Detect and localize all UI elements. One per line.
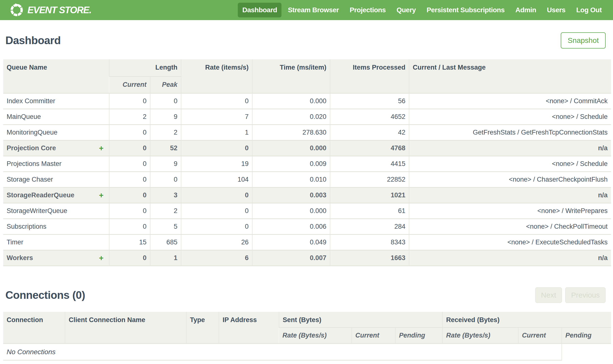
col-sent-pending: Pending xyxy=(395,327,442,344)
event-store-logo-icon xyxy=(10,3,24,17)
queue-peak-cell: 9 xyxy=(150,156,181,172)
queue-processed-cell: 1663 xyxy=(330,250,409,266)
queue-current-cell: 0 xyxy=(109,203,150,219)
queue-name-cell: Timer xyxy=(3,234,109,250)
connections-table: Connection Client Connection Name Type I… xyxy=(3,312,611,361)
queue-time-cell: 278.630 xyxy=(252,125,330,140)
queue-name-cell: Projections Master xyxy=(3,156,109,172)
queue-time-cell: 0.020 xyxy=(252,109,330,125)
queue-message-cell: <none> / Schedule xyxy=(409,109,611,125)
queue-peak-cell: 0 xyxy=(150,93,181,109)
queue-name-cell: Workers+ xyxy=(3,250,109,266)
queue-peak-cell: 1 xyxy=(150,250,181,266)
queue-message-cell: <none> / ChaserCheckpointFlush xyxy=(409,172,611,187)
queue-rate-cell: 19 xyxy=(181,156,252,172)
queue-peak-cell: 2 xyxy=(150,203,181,219)
connections-pager: Next Previous xyxy=(535,287,606,303)
queue-name: Index Committer xyxy=(7,97,55,105)
queue-time-cell: 0.049 xyxy=(252,234,330,250)
empty-cell xyxy=(562,344,611,360)
queue-processed-cell: 42 xyxy=(330,125,409,140)
queue-rate-cell: 0 xyxy=(181,219,252,234)
col-ip-address: IP Address xyxy=(219,312,279,344)
previous-button[interactable]: Previous xyxy=(565,287,606,303)
queue-row: MonitoringQueue021278.63042GetFreshStats… xyxy=(3,125,611,140)
queue-rate-cell: 1 xyxy=(181,125,252,140)
queue-name-cell: MonitoringQueue xyxy=(3,125,109,140)
nav-item-persistent-subscriptions[interactable]: Persistent Subscriptions xyxy=(422,3,509,17)
col-connection: Connection xyxy=(3,312,65,344)
queue-row: Subscriptions0500.006284<none> / CheckPo… xyxy=(3,219,611,234)
expand-plus-icon[interactable]: + xyxy=(99,191,106,200)
brand-name: EVENT STORE. xyxy=(27,5,91,15)
queue-message-cell: <none> / WritePrepares xyxy=(409,203,611,219)
nav-item-admin[interactable]: Admin xyxy=(511,3,541,17)
expand-plus-icon[interactable]: + xyxy=(99,253,106,262)
col-length-current: Current xyxy=(109,77,150,93)
queue-name: Workers xyxy=(7,254,33,262)
queue-name: Subscriptions xyxy=(7,223,46,230)
col-length: Length xyxy=(109,59,181,77)
queue-processed-cell: 22852 xyxy=(330,172,409,187)
next-button[interactable]: Next xyxy=(535,287,562,303)
queue-time-cell: 0.010 xyxy=(252,172,330,187)
col-length-peak: Peak xyxy=(150,77,181,93)
queue-rate-cell: 0 xyxy=(181,93,252,109)
queue-processed-cell: 56 xyxy=(330,93,409,109)
nav-item-projections[interactable]: Projections xyxy=(345,3,390,17)
queue-current-cell: 0 xyxy=(109,140,150,156)
connections-title: Connections (0) xyxy=(5,289,85,301)
page-title: Dashboard xyxy=(5,34,61,47)
no-connections-row: No Connections xyxy=(3,344,611,360)
queue-name-cell: StorageReaderQueue+ xyxy=(3,187,109,203)
col-received: Received (Bytes) xyxy=(442,312,611,327)
queue-time-cell: 0.007 xyxy=(252,250,330,266)
queue-current-cell: 15 xyxy=(109,234,150,250)
queue-row: Workers+0160.0071663n/a xyxy=(3,250,611,266)
snapshot-button[interactable]: Snapshot xyxy=(561,32,606,49)
queue-message-cell: <none> / CommitAck xyxy=(409,93,611,109)
brand: EVENT STORE. xyxy=(10,3,91,17)
queue-processed-cell: 1021 xyxy=(330,187,409,203)
queue-rate-cell: 7 xyxy=(181,109,252,125)
queue-name-cell: Subscriptions xyxy=(3,219,109,234)
col-items-processed: Items Processed xyxy=(330,59,409,93)
queue-current-cell: 0 xyxy=(109,125,150,140)
queue-current-cell: 0 xyxy=(109,93,150,109)
queue-current-cell: 0 xyxy=(109,172,150,187)
queue-name: Timer xyxy=(7,238,23,246)
queue-rate-cell: 0 xyxy=(181,140,252,156)
queue-processed-cell: 8343 xyxy=(330,234,409,250)
queue-rate-cell: 0 xyxy=(181,187,252,203)
nav-item-log-out[interactable]: Log Out xyxy=(572,3,606,17)
queue-peak-cell: 3 xyxy=(150,187,181,203)
queue-time-cell: 0.000 xyxy=(252,140,330,156)
col-sent: Sent (Bytes) xyxy=(279,312,442,327)
queue-name-cell: Storage Chaser xyxy=(3,172,109,187)
queue-peak-cell: 685 xyxy=(150,234,181,250)
queue-name-cell: MainQueue xyxy=(3,109,109,125)
queue-name: Projection Core xyxy=(7,144,56,152)
nav-item-query[interactable]: Query xyxy=(392,3,420,17)
col-sent-rate: Rate (Bytes/s) xyxy=(279,327,352,344)
queue-name: StorageWriterQueue xyxy=(7,207,67,215)
expand-plus-icon[interactable]: + xyxy=(99,144,106,153)
queues-table: Queue Name Length Rate (items/s) Time (m… xyxy=(3,59,611,266)
queue-name: Storage Chaser xyxy=(7,176,53,183)
queue-row: StorageWriterQueue0200.00061<none> / Wri… xyxy=(3,203,611,219)
queue-rate-cell: 0 xyxy=(181,203,252,219)
page-header: Dashboard Snapshot xyxy=(5,29,606,52)
queue-row: StorageReaderQueue+0300.0031021n/a xyxy=(3,187,611,203)
nav-item-dashboard[interactable]: Dashboard xyxy=(238,3,282,17)
queue-row: Storage Chaser001040.01022852<none> / Ch… xyxy=(3,172,611,187)
queue-message-cell: n/a xyxy=(409,187,611,203)
queue-name-cell: Projection Core+ xyxy=(3,140,109,156)
queue-processed-cell: 4652 xyxy=(330,109,409,125)
nav-item-stream-browser[interactable]: Stream Browser xyxy=(284,3,343,17)
queue-message-cell: n/a xyxy=(409,140,611,156)
col-received-pending: Pending xyxy=(562,327,611,344)
queue-peak-cell: 0 xyxy=(150,172,181,187)
nav-item-users[interactable]: Users xyxy=(543,3,570,17)
col-queue-name: Queue Name xyxy=(3,59,109,93)
queue-time-cell: 0.000 xyxy=(252,93,330,109)
